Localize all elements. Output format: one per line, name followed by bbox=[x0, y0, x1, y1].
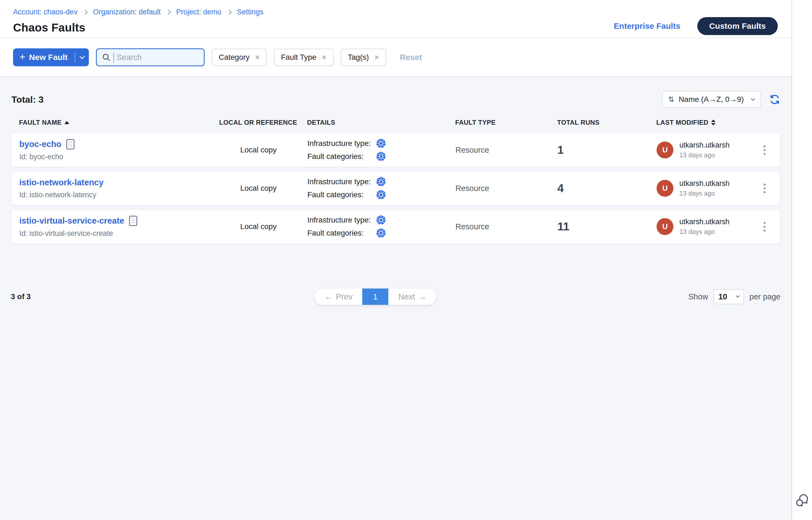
table-row[interactable]: istio-network-latency Id: istio-network-… bbox=[11, 171, 781, 205]
avatar: U bbox=[657, 218, 674, 235]
kubernetes-icon bbox=[376, 190, 386, 200]
row-menu-cell bbox=[757, 181, 772, 196]
local-or-reference-cell: Local copy bbox=[209, 222, 307, 231]
last-modified-cell: U utkarsh.utkarsh 13 days ago bbox=[657, 141, 757, 159]
sort-arrows-icon: ⇅ bbox=[668, 95, 675, 104]
fault-name-cell: istio-network-latency Id: istio-network-… bbox=[19, 178, 209, 199]
table-header-row: Fault Name Local or Reference Details Fa… bbox=[11, 119, 781, 126]
chevron-right-icon bbox=[166, 10, 171, 15]
kebab-menu-icon[interactable] bbox=[761, 143, 768, 157]
column-label: Local or Reference bbox=[219, 119, 297, 126]
close-icon[interactable]: × bbox=[255, 53, 260, 61]
arrow-left-icon: ← bbox=[325, 292, 333, 301]
kebab-menu-icon[interactable] bbox=[761, 220, 768, 234]
search-input[interactable] bbox=[117, 53, 199, 62]
fault-name-link[interactable]: byoc-echo bbox=[19, 139, 61, 149]
fault-id: Id: istio-network-latency bbox=[19, 191, 209, 199]
modified-time: 13 days ago bbox=[679, 190, 730, 197]
kubernetes-icon bbox=[376, 177, 386, 187]
per-page-label: per page bbox=[750, 292, 781, 301]
fault-id: Id: istio-virtual-service-create bbox=[19, 229, 209, 238]
breadcrumb-project[interactable]: Project: demo bbox=[176, 8, 222, 16]
table-row[interactable]: istio-virtual-service-create Id: istio-v… bbox=[11, 209, 781, 244]
sort-area: ⇅ Name (A→Z, 0→9) bbox=[662, 91, 781, 108]
page-size-control: Show 10 per page bbox=[688, 289, 781, 304]
prev-page-button[interactable]: ← Prev bbox=[315, 288, 362, 305]
local-or-reference-cell: Local copy bbox=[209, 146, 307, 154]
new-fault-dropdown-toggle[interactable] bbox=[75, 48, 89, 66]
total-runs-cell: 4 bbox=[557, 182, 657, 195]
column-label: Fault Name bbox=[19, 119, 62, 126]
total-runs-cell: 11 bbox=[557, 220, 657, 233]
filter-tags[interactable]: Tag(s) × bbox=[341, 49, 386, 66]
description-icon[interactable] bbox=[129, 216, 137, 226]
sort-dropdown[interactable]: ⇅ Name (A→Z, 0→9) bbox=[662, 91, 761, 108]
fault-type-cell: Resource bbox=[455, 146, 557, 155]
avatar: U bbox=[657, 180, 674, 197]
kebab-menu-icon[interactable] bbox=[761, 181, 768, 196]
total-count: Total: 3 bbox=[11, 94, 44, 105]
filter-fault-type-label: Fault Type bbox=[281, 53, 316, 62]
details-cell: Infrastructure type: Fault categories: bbox=[307, 138, 455, 162]
column-fault-name[interactable]: Fault Name bbox=[19, 119, 209, 126]
page-size-dropdown[interactable]: 10 bbox=[714, 289, 744, 304]
refresh-button[interactable] bbox=[769, 94, 781, 105]
modified-time: 13 days ago bbox=[679, 228, 730, 236]
fault-categories-label: Fault categories: bbox=[307, 229, 376, 237]
page-header: Account: chaos-dev Organization: default… bbox=[0, 0, 791, 38]
row-menu-cell bbox=[757, 143, 772, 157]
column-details: Details bbox=[307, 119, 455, 126]
column-local-or-reference: Local or Reference bbox=[209, 119, 307, 126]
breadcrumb-settings[interactable]: Settings bbox=[237, 8, 263, 16]
column-fault-type: Fault Type bbox=[455, 119, 557, 126]
close-icon[interactable]: × bbox=[374, 53, 379, 61]
help-chat-button[interactable] bbox=[794, 493, 810, 509]
chat-bubbles-icon bbox=[794, 493, 810, 508]
kubernetes-icon bbox=[376, 138, 386, 149]
filter-fault-type[interactable]: Fault Type × bbox=[274, 49, 334, 66]
chevron-down-icon bbox=[736, 294, 739, 298]
plus-icon: + bbox=[20, 52, 25, 62]
kubernetes-icon bbox=[376, 151, 386, 162]
last-modified-cell: U utkarsh.utkarsh 13 days ago bbox=[657, 217, 757, 236]
reset-filters-button[interactable]: Reset bbox=[400, 53, 422, 62]
close-icon[interactable]: × bbox=[322, 53, 327, 61]
local-or-reference-cell: Local copy bbox=[209, 184, 307, 192]
next-page-button[interactable]: Next → bbox=[388, 288, 436, 305]
details-cell: Infrastructure type: Fault categories: bbox=[307, 215, 455, 238]
infrastructure-type-label: Infrastructure type: bbox=[307, 139, 376, 148]
header-left: Account: chaos-dev Organization: default… bbox=[13, 6, 263, 38]
description-icon[interactable] bbox=[66, 139, 74, 150]
fault-name-cell: byoc-echo Id: byoc-echo bbox=[19, 139, 209, 161]
breadcrumb-account[interactable]: Account: chaos-dev bbox=[13, 8, 77, 16]
enterprise-faults-link[interactable]: Enterprise Faults bbox=[614, 22, 681, 31]
new-fault-button[interactable]: + New Fault bbox=[13, 48, 75, 66]
filter-category-label: Category bbox=[219, 53, 250, 62]
new-fault-label: New Fault bbox=[29, 53, 68, 62]
new-fault-split-button[interactable]: + New Fault bbox=[13, 48, 89, 66]
column-total-runs: Total Runs bbox=[557, 119, 656, 126]
search-box[interactable] bbox=[96, 48, 205, 66]
modified-time: 13 days ago bbox=[679, 151, 730, 159]
pager-center: ← Prev 1 Next → bbox=[125, 288, 626, 305]
fault-type-cell: Resource bbox=[455, 184, 557, 193]
table-row[interactable]: byoc-echo Id: byoc-echo Local copy Infra… bbox=[11, 133, 781, 167]
fault-name-link[interactable]: istio-virtual-service-create bbox=[19, 216, 124, 226]
column-label: Last Modified bbox=[656, 119, 708, 126]
sort-both-icon bbox=[711, 120, 715, 126]
filter-category[interactable]: Category × bbox=[212, 49, 267, 66]
modified-by: utkarsh.utkarsh bbox=[679, 217, 730, 226]
details-cell: Infrastructure type: Fault categories: bbox=[307, 177, 455, 200]
right-rail bbox=[791, 0, 812, 520]
arrow-right-icon: → bbox=[418, 292, 426, 301]
custom-faults-button[interactable]: Custom Faults bbox=[697, 17, 778, 35]
column-last-modified[interactable]: Last Modified bbox=[656, 119, 757, 126]
modified-by: utkarsh.utkarsh bbox=[679, 179, 730, 188]
text-caret bbox=[113, 52, 114, 62]
breadcrumb-organization[interactable]: Organization: default bbox=[93, 8, 160, 16]
pager: ← Prev 1 Next → bbox=[315, 288, 436, 305]
fault-list: byoc-echo Id: byoc-echo Local copy Infra… bbox=[11, 133, 781, 244]
fault-name-link[interactable]: istio-network-latency bbox=[19, 178, 104, 187]
page-1-button[interactable]: 1 bbox=[362, 288, 388, 305]
sort-ascending-icon bbox=[65, 121, 69, 124]
